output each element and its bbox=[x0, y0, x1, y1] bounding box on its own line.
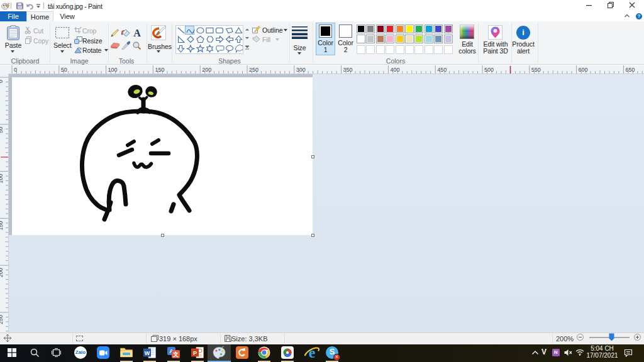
svg-text:文: 文 bbox=[172, 351, 179, 358]
svg-text:100: 100 bbox=[108, 67, 118, 73]
svg-text:550: 550 bbox=[531, 67, 541, 73]
svg-text:200: 200 bbox=[202, 67, 211, 73]
svg-text:450: 450 bbox=[437, 67, 447, 73]
svg-text:100: 100 bbox=[0, 174, 4, 184]
svg-text:0: 0 bbox=[0, 80, 4, 83]
svg-text:50: 50 bbox=[61, 67, 67, 73]
svg-text:150: 150 bbox=[155, 67, 164, 73]
svg-text:0: 0 bbox=[14, 67, 17, 73]
svg-text:250: 250 bbox=[249, 67, 258, 73]
svg-text:350: 350 bbox=[343, 67, 353, 73]
svg-text:W: W bbox=[145, 350, 150, 356]
svg-text:300: 300 bbox=[296, 67, 306, 73]
svg-text:200: 200 bbox=[0, 268, 4, 277]
svg-text:250: 250 bbox=[0, 315, 4, 324]
svg-text:600: 600 bbox=[579, 67, 588, 73]
svg-text:50: 50 bbox=[0, 127, 4, 133]
svg-text:150: 150 bbox=[0, 221, 4, 230]
svg-text:P: P bbox=[193, 350, 197, 356]
svg-text:500: 500 bbox=[484, 67, 494, 73]
svg-text:650: 650 bbox=[625, 67, 635, 73]
svg-text:400: 400 bbox=[390, 67, 399, 73]
